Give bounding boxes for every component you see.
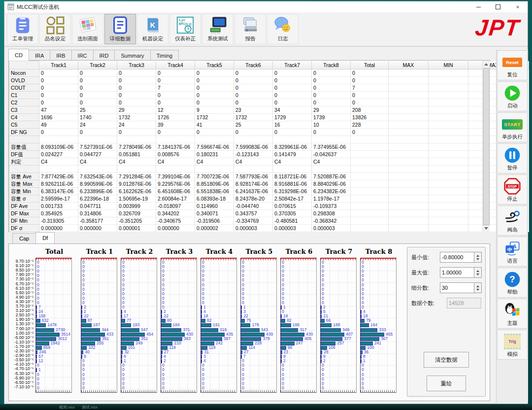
toolbar-button-system-test[interactable]: 系统测试 [202, 14, 233, 44]
bins-input[interactable] [440, 282, 474, 293]
results-table-panel: Track1Track2Track3Track4Track5Track6Trac… [8, 60, 490, 232]
table-cell: 0 [312, 69, 351, 77]
chart-plot: 0000000000041777193347454351249101328100… [121, 258, 157, 393]
sidebar-button-start[interactable]: 启动 [497, 81, 528, 111]
taskbar-item[interactable]: 规则.xlsx [59, 405, 75, 410]
histogram-bar [81, 310, 82, 314]
bar-count-label: 367 [381, 337, 388, 341]
histogram-bar [201, 355, 202, 359]
table-row: DF值0.0242270.0447270.0518810.0085760.180… [9, 151, 529, 158]
tab-timing[interactable]: Timing [150, 50, 179, 61]
max-value-input[interactable] [440, 267, 474, 278]
table-cell [429, 129, 468, 136]
column-header: Track8 [312, 61, 351, 69]
scroll-down-icon[interactable] [483, 225, 489, 232]
minimize-button[interactable] [468, 1, 488, 12]
max-spinner-arrows[interactable] [474, 267, 482, 278]
maximize-button[interactable] [488, 1, 508, 12]
table-cell: 49 [39, 121, 78, 129]
bar-count-label: 164 [370, 323, 377, 327]
toolbar-button-log[interactable]: 日志 [267, 14, 299, 44]
table-scrollbar[interactable] [482, 61, 490, 232]
table-cell: -0.123143 [234, 151, 273, 158]
redraw-button[interactable]: 重绘 [427, 376, 466, 391]
sidebar-button-valve-island[interactable]: 阀岛 [497, 205, 528, 236]
histogram-bar [321, 350, 322, 354]
title-bar[interactable]: MLCC测试分选机 × [4, 1, 528, 13]
table-cell: 1740 [78, 114, 117, 121]
table-row [9, 166, 529, 173]
table-cell: -0.358177 [78, 217, 117, 225]
tab-ira[interactable]: IRA [29, 50, 50, 61]
sidebar-button-language[interactable]: A 中 语言 [497, 237, 528, 267]
sidebar-button-help[interactable]: ? 帮助 [497, 268, 528, 298]
histogram-bar [321, 319, 325, 323]
toolbar-button-machine-settings[interactable]: K 机器设定 [137, 14, 168, 44]
tab-summary[interactable]: Summary [114, 50, 150, 61]
toolbar-button-part-name[interactable]: 品名设定 [39, 14, 71, 44]
toolbar-button-sorting-screen[interactable]: 选别画面 [72, 14, 103, 44]
tab-irb[interactable]: IRB [50, 50, 71, 61]
table-cell [389, 210, 429, 217]
table-cell: 0 [273, 129, 312, 136]
histogram-subtabs: Cap Df [12, 233, 54, 243]
histogram-bar [321, 323, 332, 327]
scrollbar-thumb[interactable] [483, 68, 490, 225]
subtab-df[interactable]: Df [35, 232, 55, 243]
tab-cd[interactable]: CD [8, 49, 29, 61]
table-cell [429, 151, 468, 158]
histogram-bar [281, 355, 282, 359]
toolbar-label: 详细数据 [110, 35, 131, 42]
clear-data-button[interactable]: 清空数据 [424, 352, 469, 368]
table-cell: 0.343757 [234, 210, 273, 217]
histogram-bar [161, 333, 185, 337]
sidebar-label: 单步执行 [502, 134, 523, 140]
table-cell: 0 [78, 92, 117, 99]
table-cell: 0 [39, 92, 78, 99]
sidebar-button-stop[interactable]: STOP 停止 [497, 174, 528, 205]
toolbar-button-meter-calibration[interactable]: x,y= RPC(x,y) 仪表补正 [169, 14, 201, 44]
chart-title: Track 6 [280, 248, 318, 258]
taskbar-item[interactable]: 测试.xlsx [82, 405, 98, 410]
table-cell [351, 151, 389, 158]
column-header: MIN [429, 61, 468, 69]
table-cell: 8.24378e-20 [234, 195, 273, 203]
histogram-bar [201, 323, 211, 327]
chart-title: Track 5 [240, 248, 278, 258]
toolbar-button-report[interactable]: 报告 [234, 14, 266, 44]
histogram-bar [161, 350, 163, 354]
table-cell: -0.319506 [195, 217, 234, 225]
toolbar-button-detailed-data[interactable]: 详细数据 [104, 14, 136, 44]
table-cell: 0 [351, 129, 389, 136]
table-cell: 6.08393e-18 [195, 195, 234, 203]
table-cell: 0 [312, 129, 351, 136]
table-cell: 7.278049E-06 [117, 143, 156, 151]
chart-plot: 0000000000222287187344433351255102409000… [81, 258, 117, 393]
tab-irc[interactable]: IRC [71, 50, 94, 61]
bar-count-label: 187 [93, 323, 100, 327]
toolbar-label: 机器设定 [142, 35, 163, 42]
toolbar-button-work-orders[interactable]: 工单管理 [7, 14, 38, 44]
min-value-input[interactable] [440, 252, 474, 263]
bar-count-label: 0 [37, 386, 39, 390]
table-cell: 13826 [351, 114, 389, 121]
sidebar-button-pause[interactable]: 暂停 [497, 143, 528, 173]
bins-spinner-arrows[interactable] [474, 282, 482, 293]
tab-ird[interactable]: IRD [93, 50, 115, 61]
histogram-panel: 9.70·10⁻¹9.10·10⁻¹8.50·10⁻¹7.90·10⁻¹7.30… [8, 243, 490, 401]
min-spinner-arrows[interactable] [474, 252, 482, 263]
histogram-bar [241, 323, 250, 327]
scroll-up-icon[interactable] [483, 61, 489, 68]
table-cell: C4 [156, 158, 195, 166]
subtab-cap[interactable]: Cap [12, 233, 36, 243]
bar-count-label: 80 [167, 318, 171, 323]
sidebar-button-simulate[interactable]: Trig 模拟 [497, 330, 528, 360]
sidebar-button-theme[interactable]: 主题 [497, 299, 528, 329]
table-cell: 41 [195, 121, 234, 129]
svg-text:RPC(x,y): RPC(x,y) [179, 22, 192, 26]
sidebar-button-reset[interactable]: Reset 复位 [497, 50, 528, 80]
sidebar-button-single-step[interactable]: START 单步执行 [497, 112, 528, 142]
histogram-bar [121, 310, 122, 314]
table-cell: 0.344202 [156, 210, 195, 217]
close-button[interactable]: × [508, 1, 528, 12]
